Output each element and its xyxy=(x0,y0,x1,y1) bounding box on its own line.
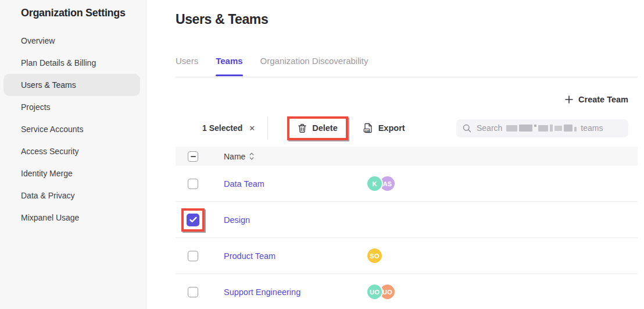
plus-icon xyxy=(565,95,573,104)
sidebar-item-service-accounts[interactable]: Service Accounts xyxy=(3,118,140,140)
delete-label: Delete xyxy=(312,123,338,133)
indeterminate-dash xyxy=(191,156,196,157)
table-row-design: Design xyxy=(176,202,638,238)
sidebar-item-overview[interactable]: Overview xyxy=(3,30,140,52)
name-column-header[interactable]: Name xyxy=(224,152,254,161)
organization-settings-page: Organization Settings Overview Plan Deta… xyxy=(0,0,644,309)
export-button[interactable]: csv Export xyxy=(363,123,405,133)
sidebar: Organization Settings Overview Plan Deta… xyxy=(0,0,146,309)
team-name-link[interactable]: Design xyxy=(224,215,366,225)
sidebar-item-access-security[interactable]: Access Security xyxy=(3,140,140,162)
annotation-box-delete: Delete xyxy=(287,116,348,140)
member-avatars: UO UO xyxy=(366,283,396,300)
table-header-row: Name xyxy=(176,147,638,166)
selected-count-label: 1 Selected xyxy=(202,123,242,133)
delete-button[interactable]: Delete xyxy=(289,119,346,138)
create-team-label: Create Team xyxy=(578,95,628,104)
selection-status: 1 Selected ✕ xyxy=(202,123,256,133)
sidebar-item-plan-details-billing[interactable]: Plan Details & Billing xyxy=(3,52,140,74)
sort-icon[interactable] xyxy=(249,152,254,160)
row-checkbox-support-engineering[interactable] xyxy=(188,287,198,297)
team-name-link[interactable]: Product Team xyxy=(224,251,366,261)
main-content: Users & Teams Users Teams Organization D… xyxy=(146,0,644,309)
page-title: Users & Teams xyxy=(176,12,268,27)
sidebar-item-data-privacy[interactable]: Data & Privacy xyxy=(3,184,140,207)
table-row-product-team: Product Team SO xyxy=(176,238,638,274)
row-checkbox-design[interactable] xyxy=(187,214,199,226)
csv-file-icon: csv xyxy=(363,123,373,133)
sidebar-item-mixpanel-usage[interactable]: Mixpanel Usage xyxy=(3,207,140,229)
table-row-data-team: Data Team K AS xyxy=(176,166,638,202)
tab-teams[interactable]: Teams xyxy=(216,52,242,77)
team-name-link[interactable]: Support Engineering xyxy=(224,287,366,297)
clear-selection-icon[interactable]: ✕ xyxy=(248,123,256,133)
avatar: SO xyxy=(366,247,383,264)
trash-icon xyxy=(298,123,307,133)
redacted-text xyxy=(506,125,577,132)
avatar: K xyxy=(366,175,383,192)
search-placeholder: Search teams xyxy=(477,123,603,133)
team-name-link[interactable]: Data Team xyxy=(224,179,366,189)
bulk-actions-toolbar: 1 Selected ✕ Delete xyxy=(176,116,628,140)
tab-bar: Users Teams Organization Discoverability xyxy=(176,52,638,77)
search-input[interactable]: Search teams xyxy=(456,119,628,137)
member-avatars: K AS xyxy=(366,175,396,192)
tab-organization-discoverability[interactable]: Organization Discoverability xyxy=(260,52,368,77)
avatar: UO xyxy=(366,283,383,300)
svg-text:csv: csv xyxy=(364,129,369,132)
sidebar-item-users-teams[interactable]: Users & Teams xyxy=(3,74,140,96)
select-all-checkbox[interactable] xyxy=(188,151,198,162)
sidebar-title: Organization Settings xyxy=(0,6,146,20)
teams-table: Name Data Team K AS xyxy=(176,147,638,309)
table-row-support-engineering: Support Engineering UO UO xyxy=(176,274,638,309)
export-label: Export xyxy=(378,123,405,133)
row-checkbox-data-team[interactable] xyxy=(188,179,198,189)
create-team-button[interactable]: Create Team xyxy=(565,95,628,104)
tab-users[interactable]: Users xyxy=(176,52,198,77)
sidebar-item-identity-merge[interactable]: Identity Merge xyxy=(3,162,140,184)
sidebar-nav: Overview Plan Details & Billing Users & … xyxy=(0,30,146,229)
row-checkbox-product-team[interactable] xyxy=(188,251,198,261)
annotation-box-checkbox xyxy=(181,208,205,232)
member-avatars: SO xyxy=(366,247,383,264)
search-icon xyxy=(463,124,471,133)
toolbar-divider xyxy=(267,116,268,140)
sidebar-item-projects[interactable]: Projects xyxy=(3,96,140,118)
